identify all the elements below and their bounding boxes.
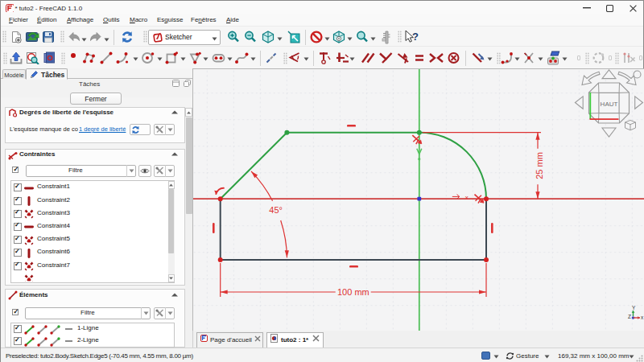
svg-text:25 mm: 25 mm: [535, 152, 544, 179]
svg-text:Y: Y: [632, 305, 636, 311]
svg-text:x: x: [465, 194, 469, 201]
svg-text:?: ?: [412, 31, 419, 43]
svg-text:Z: Z: [628, 314, 631, 319]
svg-text:45°: 45°: [269, 205, 283, 215]
svg-text:100 mm: 100 mm: [337, 287, 369, 297]
svg-text:HAUT: HAUT: [601, 101, 618, 108]
